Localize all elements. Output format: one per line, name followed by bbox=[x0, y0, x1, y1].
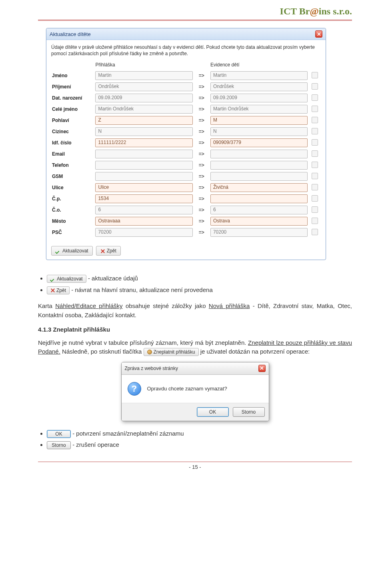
evidence-value: Živičná bbox=[210, 183, 308, 192]
row-label: Telefon bbox=[51, 160, 94, 171]
evidence-value: Martin bbox=[210, 71, 308, 80]
check-icon bbox=[56, 248, 60, 253]
evidence-value: 09.09.2009 bbox=[210, 94, 308, 102]
row-checkbox[interactable] bbox=[312, 139, 318, 146]
row-checkbox[interactable] bbox=[312, 117, 318, 123]
row-label: Příjmení bbox=[51, 81, 94, 92]
row-checkbox[interactable] bbox=[312, 106, 318, 112]
form-value bbox=[95, 150, 192, 158]
table-row: Celé jménoMartin Ondrůšek=>Martin Ondrůš… bbox=[51, 104, 321, 115]
row-label: GSM bbox=[51, 171, 94, 182]
dialog-titlebar: Aktualizace dítěte ✕ bbox=[46, 28, 326, 40]
confirm-message: Opravdu chcete zaznam vymazat? bbox=[147, 385, 227, 393]
form-value: Martin Ondrůšek bbox=[95, 105, 192, 114]
table-row: MěstoOstravaaa=>Ostrava bbox=[51, 216, 321, 227]
table-row: Č.p.1534=> bbox=[51, 193, 321, 204]
row-checkbox[interactable] bbox=[312, 150, 318, 157]
row-label: Idf. číslo bbox=[51, 137, 94, 148]
table-row: UliceUlice=>Živičná bbox=[51, 182, 321, 193]
ok-button[interactable]: OK bbox=[197, 407, 229, 417]
row-checkbox[interactable] bbox=[312, 162, 318, 168]
arrow-icon: => bbox=[194, 193, 210, 204]
row-checkbox[interactable] bbox=[312, 173, 318, 179]
table-row: Email=> bbox=[51, 148, 321, 160]
row-label: Ulice bbox=[51, 182, 94, 193]
arrow-icon: => bbox=[194, 104, 210, 115]
bullet-update: Aktualizovat - aktualizace údajů bbox=[47, 274, 352, 283]
table-row: CizinecN=>N bbox=[51, 126, 321, 137]
evidence-value: 6 bbox=[210, 206, 308, 214]
company-logo: ICT Br@ins s.r.o. bbox=[280, 6, 352, 17]
arrow-icon: => bbox=[194, 137, 210, 148]
table-row: Idf. číslo111111/2222=>090909/3779 bbox=[51, 137, 321, 148]
confirm-dialog-title: Zpráva z webové stránky bbox=[125, 365, 178, 372]
close-icon[interactable]: ✕ bbox=[315, 30, 322, 38]
row-label: Email bbox=[51, 148, 94, 160]
paragraph-invalidate: Nejdříve je nutné vybrat v tabulce přísl… bbox=[38, 338, 352, 356]
row-checkbox[interactable] bbox=[312, 206, 318, 213]
col-header-form: Přihláška bbox=[94, 61, 193, 70]
close-icon[interactable]: ✕ bbox=[258, 365, 266, 372]
evidence-value bbox=[210, 172, 308, 181]
update-child-dialog: Aktualizace dítěte ✕ Údaje dítěte v práv… bbox=[46, 28, 326, 260]
back-button[interactable]: Zpět bbox=[96, 246, 121, 256]
evidence-value: Martin Ondrůšek bbox=[210, 105, 308, 114]
bullet-back: Zpět - návrat na hlavní stranu, aktualiz… bbox=[47, 286, 352, 295]
arrow-icon: => bbox=[194, 182, 210, 193]
table-row: JménoMartin=>Martin bbox=[51, 70, 321, 81]
table-row: Dat. narození09.09.2009=>09.09.2009 bbox=[51, 92, 321, 104]
row-label: Celé jméno bbox=[51, 104, 94, 115]
evidence-value: Ondrůšek bbox=[210, 82, 308, 91]
arrow-icon: => bbox=[194, 115, 210, 126]
comparison-table: Přihláška Evidence dětí JménoMartin=>Mar… bbox=[51, 61, 321, 238]
inline-invalidate-button[interactable]: Zneplatnit přihlášku bbox=[144, 348, 199, 356]
inline-cancel-button[interactable]: Storno bbox=[47, 441, 71, 449]
form-value: 6 bbox=[95, 206, 192, 214]
form-value: 111111/2222 bbox=[95, 138, 192, 147]
evidence-value bbox=[210, 161, 308, 170]
evidence-value: M bbox=[210, 116, 308, 125]
update-button[interactable]: Aktualizovat bbox=[51, 246, 93, 256]
table-row: PohlavíZ=>M bbox=[51, 115, 321, 126]
evidence-value: N bbox=[210, 127, 308, 136]
arrow-icon: => bbox=[194, 204, 210, 216]
arrow-icon: => bbox=[194, 148, 210, 160]
arrow-icon: => bbox=[194, 171, 210, 182]
row-checkbox[interactable] bbox=[312, 83, 318, 90]
form-value: 09.09.2009 bbox=[95, 94, 192, 102]
paragraph-card-desc: Karta Náhled/Editace přihlášky obsahuje … bbox=[38, 302, 352, 320]
arrow-icon: => bbox=[194, 92, 210, 104]
row-checkbox[interactable] bbox=[312, 218, 318, 224]
form-value: N bbox=[95, 127, 192, 136]
row-label: Dat. narození bbox=[51, 92, 94, 104]
row-checkbox[interactable] bbox=[312, 184, 318, 190]
arrow-icon: => bbox=[194, 126, 210, 137]
bullet-ok: OK - potvrzení smazání/zneplatnění zázna… bbox=[47, 429, 352, 438]
table-row: PSČ70200=>70200 bbox=[51, 227, 321, 238]
form-value: Ostravaaa bbox=[95, 217, 192, 226]
inline-back-button[interactable]: Zpět bbox=[47, 286, 70, 294]
page-number: - 15 - bbox=[38, 464, 352, 470]
form-value: Ulice bbox=[95, 183, 192, 192]
cross-icon bbox=[100, 249, 105, 253]
cancel-button[interactable]: Storno bbox=[233, 407, 265, 417]
row-checkbox[interactable] bbox=[312, 195, 318, 202]
row-checkbox[interactable] bbox=[312, 94, 318, 101]
arrow-icon: => bbox=[194, 216, 210, 227]
arrow-icon: => bbox=[194, 81, 210, 92]
form-value: 1534 bbox=[95, 194, 192, 203]
row-checkbox[interactable] bbox=[312, 128, 318, 134]
row-label: PSČ bbox=[51, 227, 94, 238]
form-value: Martin bbox=[95, 71, 192, 80]
dialog-intro-text: Údaje dítěte v právě uložené přihlášce n… bbox=[51, 44, 321, 57]
arrow-icon: => bbox=[194, 227, 210, 238]
table-row: Telefon=> bbox=[51, 160, 321, 171]
evidence-value: 090909/3779 bbox=[210, 138, 308, 147]
row-checkbox[interactable] bbox=[312, 72, 318, 78]
arrow-icon: => bbox=[194, 70, 210, 81]
form-value bbox=[95, 172, 192, 181]
inline-ok-button[interactable]: OK bbox=[47, 430, 71, 438]
row-checkbox[interactable] bbox=[312, 229, 318, 235]
form-value: Z bbox=[95, 116, 192, 125]
inline-update-button[interactable]: Aktualizovat bbox=[47, 275, 86, 283]
